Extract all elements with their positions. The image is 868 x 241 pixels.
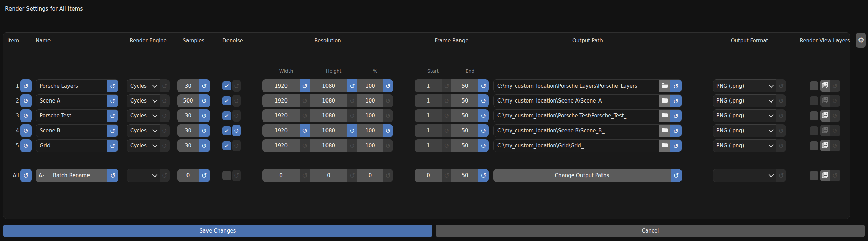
reset-path-button[interactable] xyxy=(670,95,682,107)
save-changes-button[interactable]: Save Changes xyxy=(3,225,432,237)
reset-percent-button[interactable] xyxy=(383,79,393,92)
open-folder-button[interactable] xyxy=(659,140,670,152)
output-path-input[interactable]: C:\my_custom_location\Grid\Grid_ xyxy=(494,140,659,152)
reset-samples-button[interactable] xyxy=(199,139,210,152)
resolution-percent-field[interactable]: 100 xyxy=(357,139,383,152)
reset-width-button[interactable] xyxy=(300,124,310,137)
reset-name-button[interactable] xyxy=(107,110,118,122)
frame-end-field[interactable]: 50 xyxy=(451,94,478,107)
batch-rename-button[interactable]: AzBatch Rename xyxy=(36,169,107,182)
change-output-paths-button[interactable]: Change Output Paths xyxy=(493,169,671,182)
view-layers-checkbox[interactable] xyxy=(810,111,818,120)
samples-field[interactable]: 0 xyxy=(177,169,199,182)
resolution-width-field[interactable]: 1920 xyxy=(262,139,300,152)
item-name-input[interactable]: Scene A xyxy=(36,95,107,107)
reset-samples-button[interactable] xyxy=(199,94,210,107)
resolution-height-field[interactable]: 1080 xyxy=(310,109,347,122)
frame-start-field[interactable]: 1 xyxy=(415,139,442,152)
samples-field[interactable]: 30 xyxy=(177,139,199,152)
reset-name-button[interactable] xyxy=(107,140,118,152)
view-layers-checkbox[interactable] xyxy=(810,171,818,180)
frame-start-field[interactable]: 1 xyxy=(415,109,442,122)
item-name-input[interactable]: Porsche Layers xyxy=(36,80,107,92)
frame-end-field[interactable]: 50 xyxy=(451,124,478,137)
resolution-width-field[interactable]: 1920 xyxy=(262,94,300,107)
samples-field[interactable]: 30 xyxy=(177,109,199,122)
resolution-percent-field[interactable]: 100 xyxy=(357,124,383,137)
reset-output-paths-button[interactable] xyxy=(671,169,682,182)
reset-item-button[interactable] xyxy=(20,139,32,152)
denoise-checkbox[interactable] xyxy=(222,96,231,105)
cancel-button[interactable]: Cancel xyxy=(436,225,865,237)
output-format-dropdown[interactable]: PNG (.png) xyxy=(713,124,776,137)
reset-batch-rename-button[interactable] xyxy=(107,169,118,182)
resolution-width-field[interactable]: 1920 xyxy=(262,109,300,122)
frame-end-field[interactable]: 50 xyxy=(451,139,478,152)
item-name-input[interactable]: Scene B xyxy=(36,125,107,137)
frame-end-field[interactable]: 50 xyxy=(451,169,478,182)
resolution-height-field[interactable]: 1080 xyxy=(310,139,347,152)
render-engine-dropdown[interactable]: Cycles xyxy=(127,124,160,137)
frame-end-field[interactable]: 50 xyxy=(451,109,478,122)
reset-path-button[interactable] xyxy=(670,110,682,122)
frame-start-field[interactable]: 1 xyxy=(415,94,442,107)
reset-end-button[interactable] xyxy=(478,109,489,122)
output-path-input[interactable]: C:\my_custom_location\Porsche Layers\Por… xyxy=(494,80,659,92)
reset-item-button[interactable] xyxy=(20,124,32,137)
samples-field[interactable]: 30 xyxy=(177,79,199,92)
render-engine-dropdown[interactable]: Cycles xyxy=(127,109,160,122)
resolution-width-field[interactable]: 1920 xyxy=(262,124,300,137)
open-folder-button[interactable] xyxy=(659,95,670,107)
frame-end-field[interactable]: 50 xyxy=(451,79,478,92)
reset-path-button[interactable] xyxy=(670,125,682,137)
reset-percent-button[interactable] xyxy=(383,124,393,137)
reset-height-button[interactable] xyxy=(347,79,357,92)
open-folder-button[interactable] xyxy=(659,110,670,122)
resolution-height-field[interactable]: 1080 xyxy=(310,124,347,137)
resolution-percent-field[interactable]: 100 xyxy=(357,109,383,122)
reset-item-button[interactable] xyxy=(20,169,32,182)
samples-field[interactable]: 500 xyxy=(177,94,199,107)
reset-samples-button[interactable] xyxy=(199,109,210,122)
render-engine-dropdown[interactable]: Cycles xyxy=(127,79,160,92)
output-format-dropdown[interactable]: PNG (.png) xyxy=(713,94,776,107)
reset-item-button[interactable] xyxy=(20,109,32,122)
resolution-height-field[interactable]: 0 xyxy=(310,169,347,182)
reset-samples-button[interactable] xyxy=(199,124,210,137)
reset-name-button[interactable] xyxy=(107,80,118,92)
reset-end-button[interactable] xyxy=(478,94,489,107)
denoise-checkbox[interactable] xyxy=(222,81,231,90)
render-engine-dropdown[interactable] xyxy=(127,169,160,182)
output-path-input[interactable]: C:\my_custom_location\Porsche Test\Porsc… xyxy=(494,110,659,122)
resolution-width-field[interactable]: 0 xyxy=(262,169,300,182)
view-layers-checkbox[interactable] xyxy=(810,126,818,135)
reset-denoise-button[interactable] xyxy=(232,125,241,136)
output-path-input[interactable]: C:\my_custom_location\Scene B\Scene_B_ xyxy=(494,125,659,137)
reset-end-button[interactable] xyxy=(478,139,489,152)
item-name-input[interactable]: Porsche Test xyxy=(36,110,107,122)
reset-item-button[interactable] xyxy=(20,79,32,92)
output-format-dropdown[interactable]: PNG (.png) xyxy=(713,109,776,122)
view-layers-button[interactable] xyxy=(820,80,830,92)
item-name-input[interactable]: Grid xyxy=(36,140,107,152)
denoise-checkbox[interactable] xyxy=(222,111,231,120)
denoise-checkbox[interactable] xyxy=(222,141,231,150)
frame-start-field[interactable]: 0 xyxy=(415,169,442,182)
reset-height-button[interactable] xyxy=(347,124,357,137)
reset-samples-button[interactable] xyxy=(199,169,210,182)
reset-path-button[interactable] xyxy=(670,140,682,152)
frame-start-field[interactable]: 1 xyxy=(415,124,442,137)
view-layers-checkbox[interactable] xyxy=(810,96,818,105)
output-path-input[interactable]: C:\my_custom_location\Scene A\Scene_A_ xyxy=(494,95,659,107)
resolution-height-field[interactable]: 1080 xyxy=(310,94,347,107)
view-layers-button[interactable] xyxy=(820,110,830,122)
denoise-checkbox[interactable] xyxy=(222,171,231,180)
resolution-width-field[interactable]: 1920 xyxy=(262,79,300,92)
samples-field[interactable]: 30 xyxy=(177,124,199,137)
view-layers-button[interactable] xyxy=(820,140,830,151)
output-format-dropdown[interactable] xyxy=(713,169,776,182)
reset-end-button[interactable] xyxy=(478,124,489,137)
output-format-dropdown[interactable]: PNG (.png) xyxy=(713,139,776,152)
denoise-checkbox[interactable] xyxy=(222,126,231,135)
reset-end-button[interactable] xyxy=(478,79,489,92)
